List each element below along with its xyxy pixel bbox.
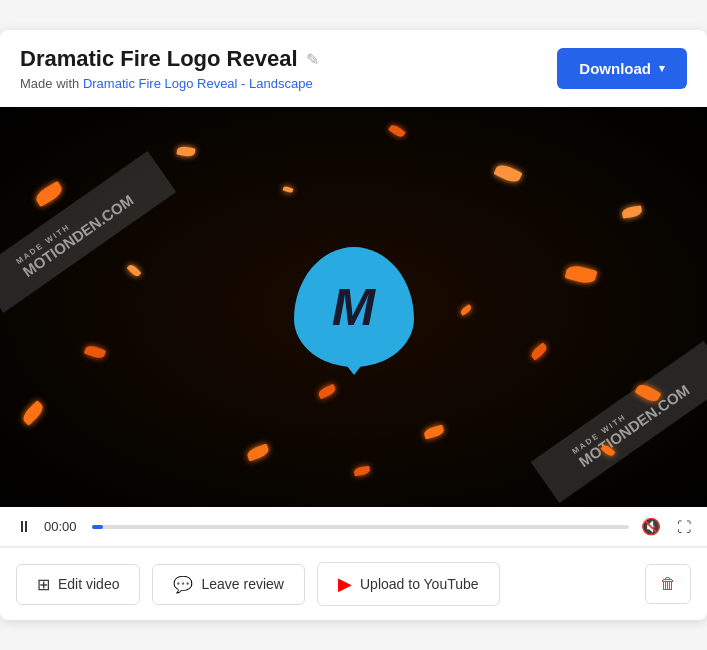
action-bar: ⊞ Edit video 💬 Leave review ▶ Upload to … — [0, 547, 707, 620]
template-link[interactable]: Dramatic Fire Logo Reveal - Landscape — [83, 76, 313, 91]
fire-particle — [388, 123, 406, 139]
fullscreen-icon[interactable]: ⛶ — [677, 519, 691, 535]
edit-title-icon[interactable]: ✎ — [306, 50, 319, 69]
film-icon: ⊞ — [37, 575, 50, 594]
fire-particle — [621, 205, 642, 218]
chevron-down-icon: ▾ — [659, 62, 665, 75]
progress-fill — [92, 525, 103, 529]
comment-icon: 💬 — [173, 575, 193, 594]
watermark-made-with-top: MADE WITH — [14, 184, 126, 266]
fire-particle — [423, 425, 445, 440]
header-left: Dramatic Fire Logo Reveal ✎ Made with Dr… — [20, 46, 319, 91]
watermark-site-top: MOTIONDEN.COM — [20, 191, 137, 280]
title-row: Dramatic Fire Logo Reveal ✎ — [20, 46, 319, 72]
trash-icon: 🗑 — [660, 575, 676, 593]
fire-particle — [459, 304, 472, 316]
fire-particle — [84, 344, 106, 360]
subtitle: Made with Dramatic Fire Logo Reveal - La… — [20, 76, 319, 91]
watermark-site-bottom: MOTIONDEN.COM — [576, 381, 693, 470]
watermark-top: MADE WITH MOTIONDEN.COM — [0, 151, 176, 313]
watermark-made-with-bottom: MADE WITH — [571, 374, 683, 456]
video-controls: ⏸ 00:00 🔇 ⛶ — [0, 507, 707, 547]
progress-bar[interactable] — [92, 525, 629, 529]
logo-center: M — [294, 247, 414, 367]
logo-circle: M — [294, 247, 414, 367]
video-preview: M MADE WITH MOTIONDEN.COM MADE WITH MOTI… — [0, 107, 707, 507]
main-card: Dramatic Fire Logo Reveal ✎ Made with Dr… — [0, 30, 707, 620]
leave-review-label: Leave review — [201, 576, 284, 592]
fire-particle — [34, 181, 65, 207]
fire-particle — [564, 263, 597, 285]
subtitle-prefix: Made with — [20, 76, 83, 91]
youtube-icon: ▶ — [338, 573, 352, 595]
upload-youtube-button[interactable]: ▶ Upload to YouTube — [317, 562, 500, 606]
upload-youtube-label: Upload to YouTube — [360, 576, 479, 592]
fire-particle — [127, 263, 142, 278]
fire-particle — [246, 444, 270, 462]
edit-video-button[interactable]: ⊞ Edit video — [16, 564, 140, 605]
play-pause-button[interactable]: ⏸ — [16, 518, 32, 536]
fire-particle — [20, 400, 45, 425]
edit-video-label: Edit video — [58, 576, 119, 592]
watermark-bottom: MADE WITH MOTIONDEN.COM — [531, 341, 707, 503]
page-title: Dramatic Fire Logo Reveal — [20, 46, 298, 72]
play-pause-icon: ⏸ — [16, 518, 32, 536]
header: Dramatic Fire Logo Reveal ✎ Made with Dr… — [0, 30, 707, 107]
download-label: Download — [579, 60, 651, 77]
fire-particle — [317, 384, 337, 400]
leave-review-button[interactable]: 💬 Leave review — [152, 564, 305, 605]
fire-particle — [282, 185, 293, 193]
fire-particle — [176, 146, 195, 158]
logo-letter: M — [332, 281, 375, 333]
time-display: 00:00 — [44, 519, 80, 534]
download-button[interactable]: Download ▾ — [557, 48, 687, 89]
delete-button[interactable]: 🗑 — [645, 564, 691, 604]
fire-particle — [353, 466, 370, 477]
fire-particle — [493, 162, 522, 185]
volume-icon[interactable]: 🔇 — [641, 517, 661, 536]
fire-particle — [529, 342, 549, 360]
video-container[interactable]: M MADE WITH MOTIONDEN.COM MADE WITH MOTI… — [0, 107, 707, 507]
